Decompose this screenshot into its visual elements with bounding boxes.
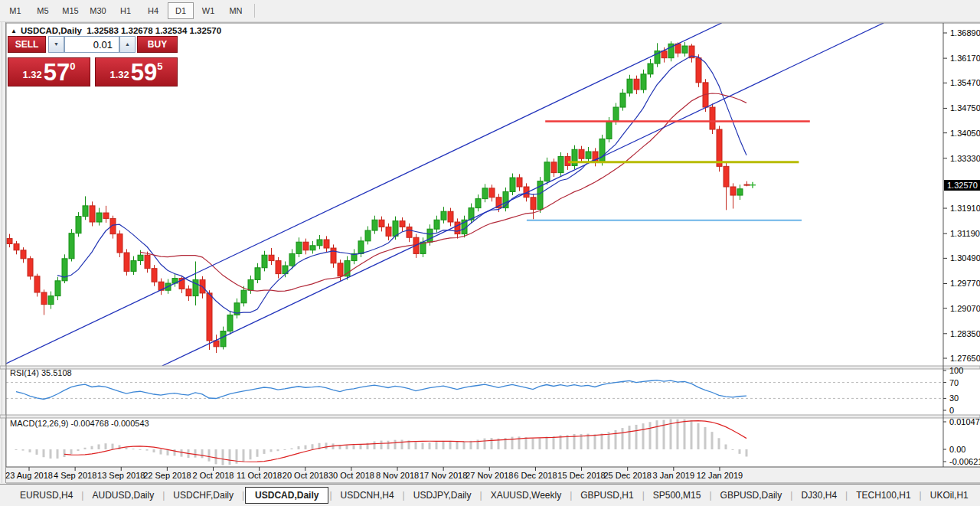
mt4-window: M1M5M15M30H1H4D1W1MN ▲USDCAD,Daily 1.325… <box>0 0 980 506</box>
lot-size-input[interactable] <box>64 36 119 53</box>
date-axis-label: 25 Dec 2018 <box>603 471 651 480</box>
current-price-tag: 1.32570 <box>944 180 980 191</box>
lot-increase-button[interactable]: ▲ <box>119 36 136 53</box>
chart-tab-xauusd[interactable]: XAUUSD,Weekly <box>483 487 569 504</box>
price-axis-label: 1.34750 <box>950 103 980 113</box>
date-axis-label: 13 Sep 2018 <box>97 471 145 480</box>
price-axis-label: 1.28350 <box>950 329 980 338</box>
chart-tab-usdjpy[interactable]: USDJPY,Daily <box>406 487 479 504</box>
rsi-splitter[interactable] <box>0 366 980 369</box>
price-axis-label: 1.27650 <box>950 354 980 363</box>
chart-tab-gbpusd[interactable]: GBPUSD,Daily <box>713 487 790 504</box>
chart-tab-usdcad[interactable]: USDCAD,Daily <box>245 487 328 504</box>
date-axis-label: 3 Jan 2019 <box>653 471 694 480</box>
lot-decrease-button[interactable]: ▼ <box>48 36 64 53</box>
buy-price-base: 1.32 <box>109 69 129 80</box>
sell-price-point: 0 <box>70 60 75 72</box>
chart-symbol: USDCAD,Daily <box>21 26 82 35</box>
date-axis-label: 30 Oct 2018 <box>328 471 374 480</box>
price-axis-label: 1.29770 <box>950 279 980 288</box>
price-axis-label: 1.31190 <box>950 229 980 238</box>
date-axis-label: 22 Sep 2018 <box>143 471 191 480</box>
macd-label: MACD(12,26,9) -0.004768 -0.000543 <box>10 419 149 428</box>
macd-splitter[interactable] <box>0 415 980 418</box>
tab-separator: | <box>570 490 572 501</box>
chart-tab-dj30[interactable]: DJ30,H4 <box>793 487 844 504</box>
date-axis-label: 15 Dec 2018 <box>557 471 605 480</box>
chart-title: ▲USDCAD,Daily 1.32583 1.32678 1.32534 1.… <box>11 26 221 35</box>
sell-price-pips: 57 <box>44 61 70 83</box>
date-axis-label: 27 Nov 2018 <box>466 471 513 480</box>
chart-tab-gbpusd[interactable]: GBPUSD,H1 <box>573 487 641 504</box>
chart-tab-eurusd[interactable]: EURUSD,H4 <box>12 487 80 504</box>
tab-separator: | <box>162 490 165 501</box>
sell-price-base: 1.32 <box>22 69 41 80</box>
sell-price-button[interactable]: 1.32 57 0 <box>8 57 90 87</box>
chart-tab-bar: EURUSD,H4|AUDUSD,Daily|USDCHF,Daily|USDC… <box>0 484 980 506</box>
buy-price-button[interactable]: 1.32 59 5 <box>95 57 178 87</box>
price-axis-label: 1.34050 <box>950 129 980 138</box>
price-axis-label: 1.29070 <box>950 304 980 313</box>
chart-tab-tech100[interactable]: TECH100,H1 <box>848 487 918 504</box>
tab-separator: | <box>403 490 405 501</box>
macd-axis-label: -0.006218 <box>949 457 980 466</box>
macd-axis-label: 0.010474 <box>949 417 980 426</box>
price-axis-label: 1.36890 <box>950 28 980 38</box>
trade-top-row: SELL ▼ ▲ BUY <box>8 36 178 53</box>
price-axis-label: 1.30490 <box>950 253 980 263</box>
chart-tab-sp500[interactable]: SP500,M15 <box>645 487 709 504</box>
rsi-axis-label: 70 <box>949 378 959 387</box>
buy-button[interactable]: BUY <box>137 36 178 53</box>
macd-axis-label: 0.00 <box>949 445 965 454</box>
buy-price-pips: 59 <box>131 61 157 83</box>
date-axis-label: 12 Jan 2019 <box>697 471 743 480</box>
chart-collapse-icon[interactable]: ▲ <box>11 28 17 34</box>
rsi-axis-label: 100 <box>949 366 963 375</box>
rsi-label: RSI(14) 35.5108 <box>10 368 72 377</box>
tab-separator: | <box>920 490 922 501</box>
tab-separator: | <box>642 490 645 501</box>
tab-separator: | <box>480 490 482 501</box>
chart-tab-audusd[interactable]: AUDUSD,Daily <box>84 487 162 504</box>
tab-separator: | <box>845 490 848 501</box>
one-click-trading-panel: SELL ▼ ▲ BUY 1.32 57 0 1.32 59 5 <box>8 36 178 87</box>
price-axis-label: 1.36170 <box>950 54 980 63</box>
chevron-up-icon: ▲ <box>125 41 130 47</box>
sell-button[interactable]: SELL <box>8 36 46 53</box>
price-axis-label: 1.31910 <box>950 204 980 213</box>
buy-price-point: 5 <box>157 60 162 72</box>
tab-separator: | <box>709 490 711 501</box>
tab-separator: | <box>790 490 792 501</box>
date-axis-label: 17 Nov 2018 <box>420 471 467 480</box>
price-axis-label: 1.33330 <box>950 154 980 163</box>
chart-ohlc-values: 1.32583 1.32678 1.32534 1.32570 <box>87 26 221 35</box>
rsi-axis-label: 30 <box>949 393 959 403</box>
chart-tab-usdcnh[interactable]: USDCNH,H4 <box>333 487 402 504</box>
tab-separator: | <box>242 490 244 501</box>
tab-separator: | <box>329 490 332 501</box>
date-axis-label: 11 Oct 2018 <box>237 471 282 480</box>
date-axis-label: 6 Dec 2018 <box>514 471 557 480</box>
date-axis-label: 23 Aug 2018 <box>5 471 53 480</box>
price-axis-label: 1.35470 <box>950 78 980 87</box>
date-axis-label: 4 Sep 2018 <box>54 471 96 480</box>
tab-separator: | <box>81 490 83 501</box>
date-axis-label: 20 Oct 2018 <box>283 471 328 480</box>
chart-tab-ukoil[interactable]: UKOil,H1 <box>923 487 976 504</box>
rsi-axis-label: 0 <box>949 406 954 415</box>
chevron-down-icon: ▼ <box>54 41 59 47</box>
date-axis-label: 2 Oct 2018 <box>193 471 234 480</box>
chart-tab-usdchf[interactable]: USDCHF,Daily <box>165 487 241 504</box>
date-axis-label: 8 Nov 2018 <box>376 471 419 480</box>
